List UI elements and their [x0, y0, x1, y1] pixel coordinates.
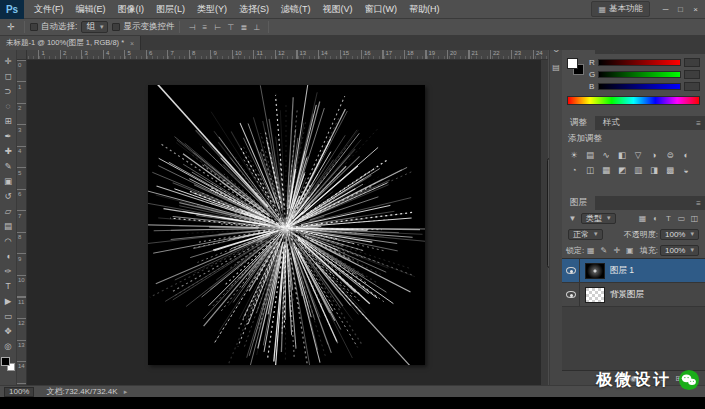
menu-window[interactable]: 窗口(W)	[359, 0, 404, 19]
type-tool[interactable]: T	[0, 278, 16, 293]
path-select-tool[interactable]: ▶	[0, 293, 16, 308]
lock-pixels-icon[interactable]: ✎	[597, 244, 610, 256]
lock-transparency-icon[interactable]: ▦	[584, 244, 597, 256]
panel-menu-icon[interactable]: ≡	[692, 196, 705, 210]
layer-filter-dropdown[interactable]: 类型	[581, 213, 616, 224]
quick-select-tool[interactable]: ◌	[0, 98, 16, 113]
align-center-h-icon[interactable]: ≡	[198, 21, 211, 34]
green-channel-slider[interactable]	[598, 71, 681, 78]
zoom-tool[interactable]: ◎	[0, 338, 16, 353]
brightness-contrast-icon[interactable]: ☀	[566, 147, 582, 162]
document-tab[interactable]: 未标题-1 @ 100%(图层 1, RGB/8) * ×	[0, 36, 141, 50]
show-transform-checkbox[interactable]	[112, 23, 120, 31]
properties-panel-icon[interactable]: ▤	[550, 60, 562, 74]
align-bottom-icon[interactable]: ⊥	[250, 21, 263, 34]
color-spectrum-bar[interactable]	[567, 96, 700, 105]
lock-all-icon[interactable]: ▣	[623, 244, 636, 256]
panel-foreground-swatch[interactable]	[567, 58, 578, 69]
filter-shape-layers-icon[interactable]: ▭	[675, 212, 688, 224]
minimize-button[interactable]: ─	[658, 0, 673, 19]
color-balance-icon[interactable]: ⊜	[662, 147, 678, 162]
gradient-map-icon[interactable]: ▩	[662, 162, 678, 177]
move-tool[interactable]: ✛	[0, 53, 16, 68]
ruler-top[interactable]: 0123456789101112131415161718192021222324	[17, 50, 548, 60]
layer-thumbnail[interactable]	[585, 287, 605, 303]
menu-help[interactable]: 帮助(H)	[403, 0, 446, 19]
menu-view[interactable]: 视图(V)	[317, 0, 359, 19]
canvas-area[interactable]	[27, 60, 548, 385]
visibility-toggle[interactable]	[562, 283, 580, 306]
layer-row-background[interactable]: 背景图层	[562, 283, 705, 307]
zoom-level-field[interactable]: 100%	[4, 387, 34, 397]
black-white-icon[interactable]: ◐	[678, 147, 694, 162]
dodge-tool[interactable]: ◖	[0, 248, 16, 263]
ruler-left[interactable]: 0123456789101112131415	[17, 60, 27, 385]
menu-layer[interactable]: 图层(L)	[150, 0, 191, 19]
shape-tool[interactable]: ▭	[0, 308, 16, 323]
gradient-tool[interactable]: ▤	[0, 218, 16, 233]
vibrance-icon[interactable]: ▽	[630, 147, 646, 162]
layer-thumbnail[interactable]	[585, 263, 605, 279]
color-swatch-widget[interactable]	[1, 357, 15, 371]
opacity-value[interactable]: 100%	[660, 229, 699, 240]
panel-menu-icon[interactable]: ≡	[692, 116, 705, 130]
align-top-icon[interactable]: ⊤	[224, 21, 237, 34]
crop-tool[interactable]: ⊞	[0, 113, 16, 128]
menu-image[interactable]: 图像(I)	[112, 0, 151, 19]
posterize-icon[interactable]: ▥	[630, 162, 646, 177]
filter-type-layers-icon[interactable]: T	[662, 212, 675, 224]
menu-filter[interactable]: 滤镜(T)	[275, 0, 317, 19]
layer-name[interactable]: 背景图层	[610, 289, 644, 301]
history-brush-tool[interactable]: ↺	[0, 188, 16, 203]
marquee-tool[interactable]: ◻	[0, 68, 16, 83]
auto-select-dropdown[interactable]: 组	[81, 21, 108, 33]
tab-layers[interactable]: 图层	[562, 196, 595, 210]
menu-file[interactable]: 文件(F)	[28, 0, 70, 19]
layer-row-layer-1[interactable]: 图层 1	[562, 259, 705, 283]
align-right-icon[interactable]: ⊢	[211, 21, 224, 34]
selective-color-icon[interactable]: ◒	[678, 162, 694, 177]
filter-pixel-layers-icon[interactable]: ▦	[636, 212, 649, 224]
tab-adjustments[interactable]: 调整	[562, 116, 595, 130]
align-left-icon[interactable]: ⊣	[185, 21, 198, 34]
red-channel-value[interactable]	[684, 58, 700, 67]
green-channel-value[interactable]	[684, 70, 700, 79]
channel-mixer-icon[interactable]: ◫	[582, 162, 598, 177]
panel-color-swatches[interactable]	[567, 58, 585, 78]
menu-select[interactable]: 选择(S)	[233, 0, 275, 19]
hand-tool[interactable]: ✥	[0, 323, 16, 338]
layer-name[interactable]: 图层 1	[610, 265, 634, 277]
clone-stamp-tool[interactable]: ▣	[0, 173, 16, 188]
tab-styles[interactable]: 样式	[595, 116, 628, 130]
workspace-switcher[interactable]: ▦ 基本功能	[591, 1, 650, 17]
lasso-tool[interactable]: ⊃	[0, 83, 16, 98]
blue-channel-slider[interactable]	[598, 83, 681, 90]
brush-tool[interactable]: ✎	[0, 158, 16, 173]
status-options-icon[interactable]: ▸	[124, 388, 128, 396]
align-center-v-icon[interactable]: ≣	[237, 21, 250, 34]
auto-select-checkbox[interactable]	[30, 23, 38, 31]
vertical-scrollbar[interactable]	[541, 60, 548, 385]
menu-edit[interactable]: 编辑(E)	[70, 0, 112, 19]
filter-adjustment-layers-icon[interactable]: ◐	[649, 212, 662, 224]
foreground-color-swatch[interactable]	[1, 357, 10, 366]
curves-icon[interactable]: ∿	[598, 147, 614, 162]
eyedropper-tool[interactable]: ✒	[0, 128, 16, 143]
invert-icon[interactable]: ◩	[614, 162, 630, 177]
healing-brush-tool[interactable]: ✚	[0, 143, 16, 158]
close-button[interactable]: ×	[688, 0, 703, 19]
levels-icon[interactable]: ▤	[582, 147, 598, 162]
close-tab-icon[interactable]: ×	[130, 40, 134, 47]
fill-value[interactable]: 100%	[660, 245, 699, 256]
filter-smart-objects-icon[interactable]: ◫	[688, 212, 701, 224]
color-lookup-icon[interactable]: ▦	[598, 162, 614, 177]
blend-mode-dropdown[interactable]: 正常	[568, 229, 603, 240]
lock-position-icon[interactable]: ✛	[610, 244, 623, 256]
threshold-icon[interactable]: ◨	[646, 162, 662, 177]
red-channel-slider[interactable]	[598, 59, 681, 66]
photo-filter-icon[interactable]: ◔	[566, 162, 582, 177]
hue-saturation-icon[interactable]: ◑	[646, 147, 662, 162]
restore-button[interactable]: □	[673, 0, 688, 19]
blur-tool[interactable]: ◠	[0, 233, 16, 248]
visibility-toggle[interactable]	[562, 259, 580, 282]
